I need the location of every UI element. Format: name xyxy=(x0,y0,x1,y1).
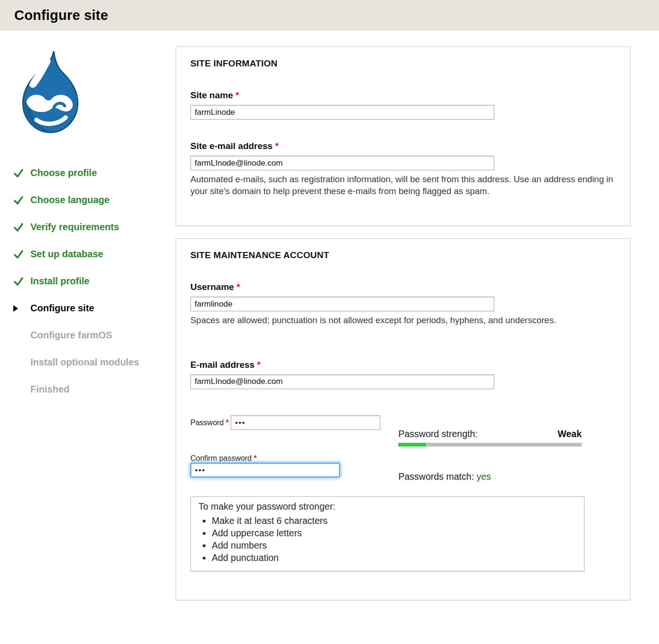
configure-site-form: SITE INFORMATION Site name * Site e-mail… xyxy=(176,31,631,613)
username-description: Spaces are allowed; punctuation is not a… xyxy=(190,315,584,327)
required-marker: * xyxy=(235,90,239,100)
confirm-password-input[interactable] xyxy=(190,463,340,477)
confirm-password-label: Confirm password * xyxy=(190,454,257,462)
task-choose-profile: Choose profile xyxy=(13,167,176,179)
password-strength-bar-fill xyxy=(398,443,426,447)
check-icon xyxy=(13,168,25,178)
required-marker: * xyxy=(254,454,256,462)
required-marker: * xyxy=(275,141,278,151)
password-suggestion-item: Make it at least 6 characters xyxy=(212,515,576,526)
username-input[interactable] xyxy=(190,297,494,311)
task-configure-farmos: Configure farmOS xyxy=(13,329,176,341)
task-set-up-database: Set up database xyxy=(13,248,176,260)
site-information-fieldset: SITE INFORMATION Site name * Site e-mail… xyxy=(176,47,631,226)
task-install-optional-modules: Install optional modules xyxy=(13,356,176,368)
site-email-input[interactable] xyxy=(190,156,494,170)
site-maintenance-account-legend: SITE MAINTENANCE ACCOUNT xyxy=(190,250,616,261)
check-icon xyxy=(13,277,25,286)
task-verify-requirements: Verify requirements xyxy=(13,221,176,233)
required-marker: * xyxy=(236,282,240,292)
confirm-password-row: Confirm password * Passwords match: yes xyxy=(190,454,616,482)
site-information-legend: SITE INFORMATION xyxy=(190,58,616,69)
required-marker: * xyxy=(226,419,229,427)
password-input[interactable] xyxy=(231,415,380,430)
install-task-list: Choose profile Choose language Verify re… xyxy=(13,167,176,395)
task-finished: Finished xyxy=(13,383,176,395)
site-email-description: Automated e-mails, such as registration … xyxy=(190,174,616,197)
username-form-item: Username * Spaces are allowed; punctuati… xyxy=(190,282,616,327)
page-header: Configure site xyxy=(0,0,659,31)
site-name-label: Site name * xyxy=(190,90,616,101)
password-label: Password * xyxy=(190,419,229,427)
site-name-form-item: Site name * xyxy=(190,90,616,120)
drupal-logo-icon xyxy=(11,47,88,145)
page-title: Configure site xyxy=(14,8,108,23)
password-strength-level: Weak xyxy=(557,429,582,439)
site-maintenance-account-fieldset: SITE MAINTENANCE ACCOUNT Username * Spac… xyxy=(176,238,631,600)
current-step-triangle-icon xyxy=(13,305,25,312)
check-icon xyxy=(13,250,25,259)
password-strength-bar xyxy=(398,443,582,447)
task-configure-site-current: Configure site xyxy=(13,302,176,314)
password-strength-widget: Password strength: Weak xyxy=(398,429,582,447)
site-name-input[interactable] xyxy=(190,105,494,120)
password-suggestions-box: To make your password stronger: Make it … xyxy=(190,496,584,571)
passwords-match-status: Passwords match: yes xyxy=(398,471,582,482)
password-strength-label: Password strength: xyxy=(398,429,478,439)
password-suggestion-item: Add punctuation xyxy=(212,552,576,563)
check-icon xyxy=(13,223,25,232)
passwords-match-value: yes xyxy=(477,471,491,482)
required-marker: * xyxy=(257,360,260,370)
password-suggestion-item: Add uppercase letters xyxy=(212,528,576,539)
site-email-label: Site e-mail address * xyxy=(190,141,616,151)
task-install-profile: Install profile xyxy=(13,275,176,287)
password-row: Password * Password strength: Weak xyxy=(190,415,616,447)
account-email-form-item: E-mail address * xyxy=(190,360,616,389)
password-suggestions-list: Make it at least 6 characters Add upperc… xyxy=(198,515,576,563)
account-email-label: E-mail address * xyxy=(190,360,616,370)
install-sidebar: Choose profile Choose language Verify re… xyxy=(0,31,176,613)
password-suggestions-title: To make your password stronger: xyxy=(198,501,576,512)
username-label: Username * xyxy=(190,282,616,292)
site-email-form-item: Site e-mail address * Automated e-mails,… xyxy=(190,141,616,197)
password-suggestion-item: Add numbers xyxy=(212,540,576,551)
check-icon xyxy=(13,196,25,205)
main-layout: Choose profile Choose language Verify re… xyxy=(0,31,659,613)
account-email-input[interactable] xyxy=(190,374,494,389)
task-choose-language: Choose language xyxy=(13,194,176,206)
